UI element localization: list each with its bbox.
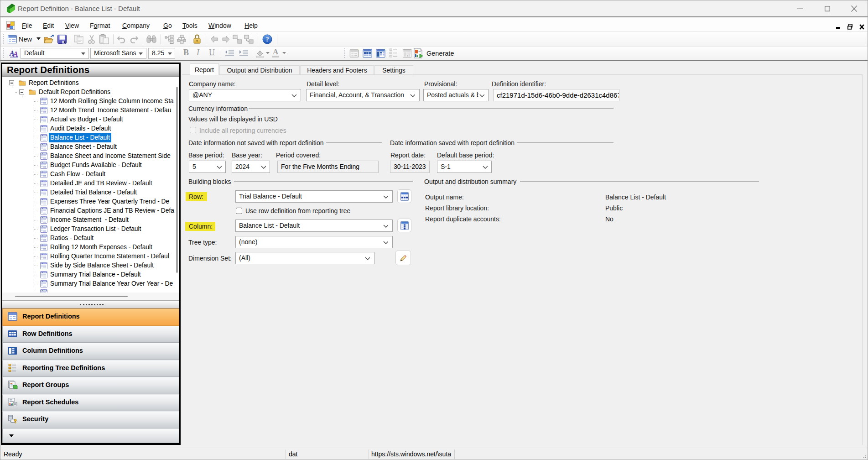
svg-text:?: ? xyxy=(265,36,269,43)
